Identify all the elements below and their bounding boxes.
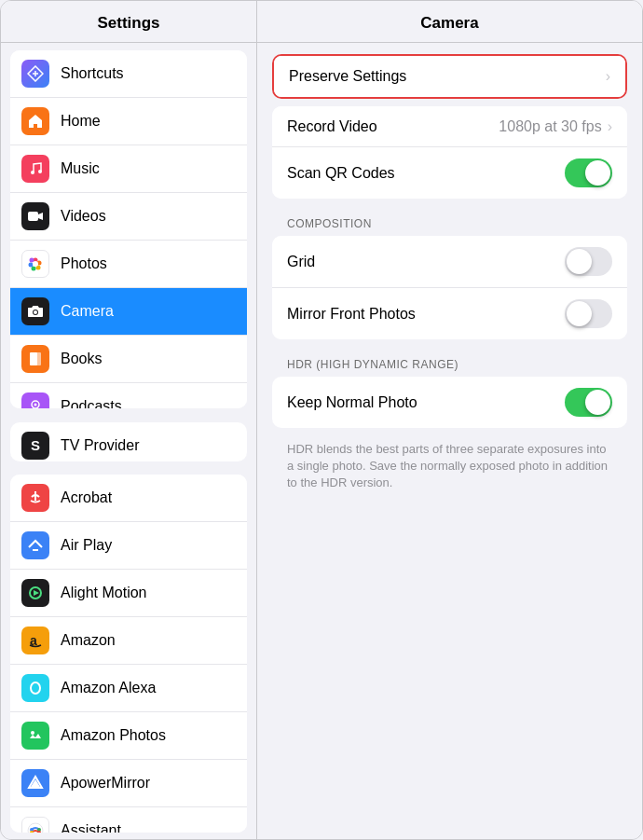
composition-section-label: COMPOSITION [272, 206, 627, 236]
sidebar-item-camera[interactable]: Camera [10, 288, 247, 336]
sidebar-item-airplay[interactable]: Air Play [10, 522, 247, 570]
books-label: Books [61, 351, 102, 367]
preserve-settings-row[interactable]: Preserve Settings › [274, 56, 625, 97]
svg-point-1 [31, 171, 34, 174]
acrobat-label: Acrobat [61, 489, 112, 506]
svg-point-28 [31, 731, 34, 735]
scan-qr-row[interactable]: Scan QR Codes [272, 147, 627, 199]
keep-normal-photo-toggle-knob [585, 390, 610, 415]
apowermirror-label: ApowerMirror [61, 775, 150, 792]
composition-group: Grid Mirror Front Photos [272, 236, 627, 339]
record-video-chevron: › [608, 118, 612, 135]
sidebar-item-amazonalexa[interactable]: Amazon Alexa [10, 665, 247, 712]
mirror-front-toggle-knob [567, 301, 592, 326]
videos-icon [21, 202, 49, 230]
assistant-icon [21, 817, 49, 833]
svg-rect-15 [34, 352, 41, 365]
hdr-group: Keep Normal Photo [272, 377, 627, 428]
grid-row[interactable]: Grid [272, 236, 627, 288]
videos-label: Videos [61, 208, 106, 225]
preserve-settings-chevron: › [606, 68, 610, 85]
svg-point-2 [38, 170, 42, 173]
camera-icon [21, 297, 49, 325]
record-video-label: Record Video [287, 118, 377, 135]
keep-normal-photo-row[interactable]: Keep Normal Photo [272, 377, 627, 428]
podcasts-icon [21, 392, 49, 408]
mirror-front-label: Mirror Front Photos [287, 306, 416, 323]
amazonphotos-label: Amazon Photos [61, 727, 166, 744]
sidebar-item-tvprovider[interactable]: S TV Provider [10, 422, 247, 461]
sidebar-item-podcasts[interactable]: Podcasts [10, 383, 247, 408]
keep-normal-photo-label: Keep Normal Photo [287, 394, 417, 411]
svg-point-27 [32, 683, 39, 693]
right-panel: Camera Preserve Settings › Record Video … [257, 1, 642, 839]
svg-point-13 [34, 310, 37, 314]
sidebar-apps-section: Acrobat Air Play Alight Motion a Amazon [10, 475, 247, 833]
home-icon [21, 107, 49, 135]
keep-normal-photo-toggle[interactable] [565, 388, 612, 417]
alightmotion-icon [21, 579, 49, 607]
scan-qr-label: Scan QR Codes [287, 165, 395, 182]
camera-label: Camera [61, 303, 114, 320]
sidebar-item-photos[interactable]: Photos [10, 241, 247, 288]
right-header: Camera [257, 1, 642, 43]
grid-toggle[interactable] [565, 247, 612, 276]
svg-point-10 [30, 258, 34, 263]
music-label: Music [61, 160, 100, 177]
sidebar-tv-section: S TV Provider [10, 422, 247, 461]
mirror-front-row[interactable]: Mirror Front Photos [272, 288, 627, 339]
sidebar-header: Settings [1, 1, 256, 43]
svg-rect-3 [28, 212, 38, 221]
svg-marker-4 [38, 213, 43, 220]
music-icon [21, 155, 49, 183]
assistant-label: Assistant [61, 822, 121, 833]
sidebar-item-amazon[interactable]: a Amazon [10, 617, 247, 665]
amazon-label: Amazon [61, 632, 116, 649]
svg-point-17 [34, 404, 37, 406]
sidebar-item-music[interactable]: Music [10, 145, 247, 193]
scan-qr-toggle[interactable] [565, 158, 612, 187]
svg-point-11 [33, 261, 38, 267]
amazonphotos-icon [21, 722, 49, 750]
home-label: Home [61, 113, 101, 130]
record-video-row[interactable]: Record Video 1080p at 30 fps › [272, 106, 627, 147]
svg-marker-24 [34, 590, 39, 596]
video-scan-group: Record Video 1080p at 30 fps › Scan QR C… [272, 106, 627, 199]
sidebar-top-section: Shortcuts Home Music Videos [10, 50, 247, 408]
svg-rect-22 [33, 549, 38, 551]
sidebar-item-assistant[interactable]: Assistant [10, 807, 247, 833]
grid-label: Grid [287, 254, 315, 270]
sidebar-item-apowermirror[interactable]: ApowerMirror [10, 760, 247, 807]
grid-toggle-knob [567, 249, 592, 274]
record-video-value: 1080p at 30 fps › [499, 118, 612, 135]
svg-point-9 [29, 263, 34, 268]
airplay-label: Air Play [61, 537, 112, 554]
preserve-settings-label: Preserve Settings [289, 68, 406, 85]
tvprovider-label: TV Provider [61, 437, 139, 454]
amazonalexa-icon [21, 674, 49, 702]
apowermirror-icon [21, 769, 49, 797]
sidebar-item-alightmotion[interactable]: Alight Motion [10, 570, 247, 617]
photos-label: Photos [61, 255, 107, 272]
record-video-text: 1080p at 30 fps [499, 118, 601, 135]
mirror-front-toggle[interactable] [565, 299, 612, 328]
sidebar-item-amazonphotos[interactable]: Amazon Photos [10, 712, 247, 760]
sidebar-item-videos[interactable]: Videos [10, 193, 247, 241]
sidebar-item-home[interactable]: Home [10, 98, 247, 145]
photos-icon [21, 250, 49, 278]
sidebar-item-acrobat[interactable]: Acrobat [10, 475, 247, 522]
tvprovider-icon: S [21, 432, 49, 460]
scan-qr-toggle-knob [585, 160, 610, 186]
sidebar: Settings Shortcuts Home Music [1, 1, 257, 839]
books-icon [21, 345, 49, 373]
sidebar-item-shortcuts[interactable]: Shortcuts [10, 50, 247, 98]
hdr-description: HDR blends the best parts of three separ… [272, 435, 627, 502]
preserve-settings-group: Preserve Settings › [272, 54, 627, 99]
amazonalexa-label: Amazon Alexa [61, 680, 156, 696]
preserve-settings-value: › [606, 68, 610, 85]
podcasts-label: Podcasts [61, 398, 122, 408]
hdr-section-label: HDR (HIGH DYNAMIC RANGE) [272, 347, 627, 377]
right-content: Preserve Settings › Record Video 1080p a… [257, 43, 642, 839]
svg-point-8 [32, 267, 36, 271]
sidebar-item-books[interactable]: Books [10, 336, 247, 383]
